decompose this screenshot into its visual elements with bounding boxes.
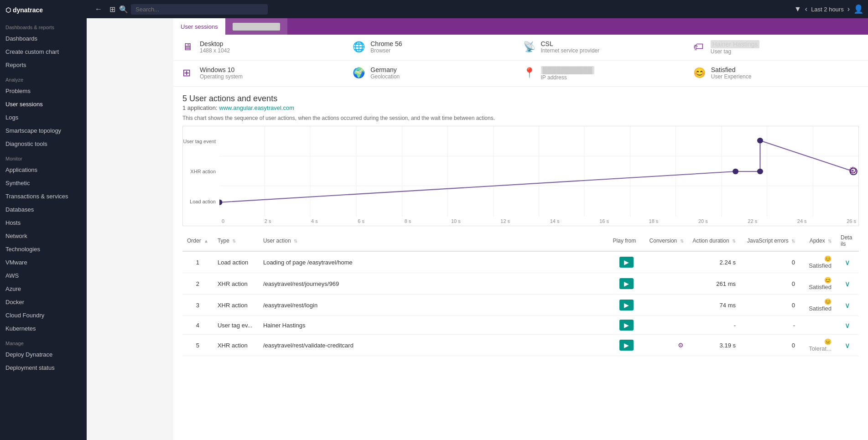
cell-details: ∨	[836, 335, 859, 356]
play-button[interactable]: ▶	[619, 278, 634, 289]
usertag-icon: 🏷	[693, 41, 705, 53]
info-experience: 😊 Satisfied User Experience	[693, 66, 859, 81]
logo-area: ⬡ dynatrace	[0, 0, 87, 19]
info-browser: 🌐 Chrome 56 Browser	[353, 40, 518, 55]
expand-button[interactable]: ∨	[845, 341, 850, 350]
y-label-load: Load action	[190, 199, 216, 204]
sidebar-item-cloud-foundry[interactable]: Cloud Foundry	[0, 309, 87, 322]
sidebar-item-logs[interactable]: Logs	[0, 111, 87, 124]
table-row: 2 XHR action /easytravel/rest/journeys/9…	[182, 273, 859, 295]
cell-type: User tag ev...	[213, 316, 259, 335]
table-row: 1 Load action Loading of page /easytrave…	[182, 251, 859, 273]
cell-conversion	[645, 273, 688, 295]
search-input[interactable]	[131, 4, 268, 15]
x-label-0: 0	[222, 218, 224, 224]
sidebar-item-aws[interactable]: AWS	[0, 269, 87, 282]
play-button[interactable]: ▶	[619, 340, 634, 351]
sidebar-item-kubernetes[interactable]: Kubernetes	[0, 322, 87, 335]
cell-apdex	[800, 316, 836, 335]
cell-jserrors: 0	[740, 251, 800, 273]
cell-type: Load action	[213, 251, 259, 273]
cell-conversion: ⚙	[645, 335, 688, 356]
tab-blurred-label: Hainer Hastings	[233, 23, 281, 31]
sidebar-item-applications[interactable]: Applications	[0, 163, 87, 176]
expand-button[interactable]: ∨	[845, 301, 850, 310]
back-button[interactable]: ←	[91, 3, 106, 15]
sidebar-item-technologies[interactable]: Technologies	[0, 243, 87, 256]
usertag-sub: User tag	[711, 48, 760, 55]
sidebar-item-reports[interactable]: Reports	[0, 58, 87, 72]
sidebar-item-smartscape[interactable]: Smartscape topology	[0, 124, 87, 137]
sort-dur-icon: ⇅	[732, 238, 736, 243]
chart-x-axis: 0 2 s 4 s 6 s 8 s 10 s 12 s 14 s 16 s 18…	[219, 217, 858, 226]
geo-info: Germany Geolocation	[370, 66, 400, 80]
x-label-12s: 12 s	[500, 218, 510, 224]
apdex-label: 😊 Satisfied	[809, 277, 832, 290]
col-type[interactable]: Type ⇅	[213, 231, 259, 251]
isp-sub: Internet service provider	[541, 47, 600, 54]
play-button[interactable]: ▶	[619, 257, 634, 268]
app-link[interactable]: www.angular.easytravel.com	[219, 104, 294, 111]
sort-js-icon: ⇅	[791, 238, 795, 243]
col-duration[interactable]: Action duration ⇅	[688, 231, 740, 251]
sidebar-item-docker[interactable]: Docker	[0, 295, 87, 309]
sidebar-item-hosts[interactable]: Hosts	[0, 216, 87, 229]
col-apdex[interactable]: Apdex ⇅	[800, 231, 836, 251]
os-icon: ⊞	[182, 67, 194, 79]
table-wrapper: Order ▲ Type ⇅ User action ⇅ Play from C…	[173, 231, 868, 365]
table-row: 4 User tag ev... Hainer Hastings ▶ - - ∨	[182, 316, 859, 335]
y-label-usertag: User tag event	[183, 139, 216, 144]
section-title: 5 User actions and events	[182, 94, 859, 104]
sidebar-item-create-custom-chart[interactable]: Create custom chart	[0, 45, 87, 58]
search-icon: 🔍	[119, 5, 128, 14]
cell-action: /easytravel/rest/login	[259, 295, 608, 316]
session-info-row1: 🖥 Desktop 1488 x 1042 🌐 Chrome 56 Browse…	[173, 35, 868, 61]
col-action[interactable]: User action ⇅	[259, 231, 608, 251]
cell-duration: 3.19 s	[688, 335, 740, 356]
sidebar-item-databases[interactable]: Databases	[0, 203, 87, 216]
cell-details: ∨	[836, 295, 859, 316]
table-header-row: Order ▲ Type ⇅ User action ⇅ Play from C…	[182, 231, 859, 251]
sidebar-item-user-sessions[interactable]: User sessions	[0, 98, 87, 111]
table-row: 5 XHR action /easytravel/rest/validate-c…	[182, 335, 859, 356]
cell-play: ▶	[608, 316, 645, 335]
section-subtitle: 1 application: www.angular.easytravel.co…	[182, 104, 859, 111]
expand-button[interactable]: ∨	[845, 321, 850, 330]
section-title-text: User actions and events	[189, 94, 277, 103]
tab-session-detail[interactable]: Hainer Hastings	[225, 18, 288, 35]
prev-time-button[interactable]: ‹	[805, 5, 807, 13]
y-label-xhr: XHR action	[190, 169, 216, 174]
sidebar-item-dashboards[interactable]: Dashboards	[0, 32, 87, 45]
cell-jserrors: 0	[740, 273, 800, 295]
browser-icon: 🌐	[353, 41, 365, 53]
sidebar-item-synthetic[interactable]: Synthetic	[0, 176, 87, 190]
sidebar-item-deployment-status[interactable]: Deployment status	[0, 361, 87, 374]
cell-apdex: 😐 Tolerat...	[800, 335, 836, 356]
tab-user-sessions[interactable]: User sessions	[173, 18, 225, 35]
sort-order-icon: ▲	[204, 238, 208, 243]
time-range-label: Last 2 hours	[811, 6, 844, 13]
play-button[interactable]: ▶	[619, 300, 634, 311]
next-time-button[interactable]: ›	[847, 5, 850, 13]
experience-icon: 😊	[693, 67, 706, 79]
col-jserrors[interactable]: JavaScript errors ⇅	[740, 231, 800, 251]
sidebar-item-azure[interactable]: Azure	[0, 282, 87, 295]
main-content: User sessions Hainer Hastings 🖥 Desktop …	[173, 18, 868, 440]
expand-button[interactable]: ∨	[845, 258, 850, 267]
play-button[interactable]: ▶	[619, 320, 634, 331]
sidebar-item-deploy-dynatrace[interactable]: Deploy Dynatrace	[0, 348, 87, 361]
cell-type: XHR action	[213, 295, 259, 316]
x-label-2s: 2 s	[265, 218, 271, 224]
ip-sub: IP address	[541, 74, 594, 81]
sidebar-item-diagnostic-tools[interactable]: Diagnostic tools	[0, 137, 87, 150]
sidebar-item-problems[interactable]: Problems	[0, 84, 87, 98]
sort-type-icon: ⇅	[232, 238, 236, 243]
cell-order: 1	[182, 251, 213, 273]
sidebar-item-network[interactable]: Network	[0, 229, 87, 243]
sidebar-item-vmware[interactable]: VMware	[0, 256, 87, 269]
col-conversion[interactable]: Conversion ⇅	[645, 231, 688, 251]
sidebar-item-transactions[interactable]: Transactions & services	[0, 190, 87, 203]
expand-button[interactable]: ∨	[845, 280, 850, 288]
col-order[interactable]: Order ▲	[182, 231, 213, 251]
table-row: 3 XHR action /easytravel/rest/login ▶ 74…	[182, 295, 859, 316]
